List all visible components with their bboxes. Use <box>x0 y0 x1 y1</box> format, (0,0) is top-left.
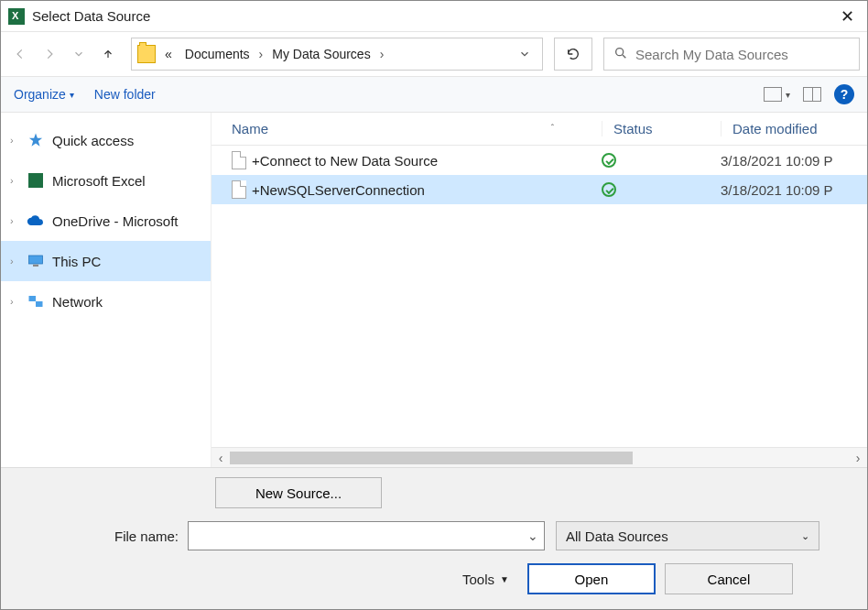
chevron-down-icon: ⌄ <box>801 530 809 542</box>
star-icon <box>27 131 45 149</box>
horizontal-scrollbar[interactable]: ‹ › <box>212 447 867 467</box>
scroll-left-icon[interactable]: ‹ <box>212 451 230 465</box>
svg-rect-3 <box>29 296 37 301</box>
column-name[interactable]: Name ˆ <box>212 121 602 136</box>
file-row[interactable]: +NewSQLServerConnection 3/18/2021 10:09 … <box>212 175 867 204</box>
chevron-right-icon: › <box>380 47 385 61</box>
bottom-panel: New Source... File name: ⌄ All Data Sour… <box>1 467 867 609</box>
new-source-button[interactable]: New Source... <box>215 477 382 508</box>
file-rows: +Connect to New Data Source 3/18/2021 10… <box>212 146 867 447</box>
view-controls: ▾ ? <box>764 84 854 104</box>
titlebar: Select Data Source ✕ <box>1 1 867 32</box>
organize-label: Organize <box>14 87 66 102</box>
scroll-right-icon[interactable]: › <box>849 451 867 465</box>
column-date[interactable]: Date modified <box>721 121 867 136</box>
svg-rect-4 <box>36 301 43 307</box>
chevron-right-icon: › <box>259 47 264 61</box>
file-date: 3/18/2021 10:09 P <box>721 153 867 169</box>
expand-icon: › <box>10 256 19 267</box>
new-folder-button[interactable]: New folder <box>94 87 156 102</box>
file-name: +Connect to New Data Source <box>252 153 438 169</box>
scroll-thumb[interactable] <box>230 452 633 464</box>
breadcrumb-prefix: « <box>161 45 176 63</box>
breadcrumb-my-data-sources[interactable]: My Data Sources <box>268 45 374 63</box>
expand-icon: › <box>10 175 19 186</box>
sort-ascending-icon: ˆ <box>551 124 554 134</box>
excel-icon <box>27 171 45 190</box>
back-button[interactable] <box>8 42 32 66</box>
chevron-down-icon: ▾ <box>70 90 74 100</box>
column-headers: Name ˆ Status Date modified <box>212 113 867 146</box>
chevron-down-icon: ▾ <box>786 90 790 100</box>
nav-row: « Documents › My Data Sources › <box>1 32 867 76</box>
filename-input[interactable] <box>189 528 522 544</box>
pc-icon <box>27 252 45 270</box>
close-button[interactable]: ✕ <box>834 6 860 27</box>
column-name-label: Name <box>232 121 268 136</box>
column-status[interactable]: Status <box>602 121 721 136</box>
folder-icon <box>137 45 156 63</box>
sidebar-item-quick-access[interactable]: › Quick access <box>1 120 211 160</box>
filename-combobox[interactable]: ⌄ <box>188 521 545 550</box>
sidebar-item-this-pc[interactable]: › This PC <box>1 241 211 281</box>
organize-button[interactable]: Organize ▾ <box>14 87 74 102</box>
network-icon <box>27 292 45 310</box>
view-mode-button[interactable]: ▾ <box>764 87 790 102</box>
cancel-button[interactable]: Cancel <box>665 563 793 594</box>
status-ok-icon <box>602 182 616 197</box>
sidebar-item-onedrive[interactable]: › OneDrive - Microsoft <box>1 201 211 241</box>
scroll-track[interactable] <box>230 450 849 466</box>
file-row[interactable]: +Connect to New Data Source 3/18/2021 10… <box>212 146 867 175</box>
address-dropdown-button[interactable] <box>513 42 537 66</box>
file-list-panel: Name ˆ Status Date modified +Connect to … <box>212 113 867 467</box>
address-bar[interactable]: « Documents › My Data Sources › <box>131 38 543 71</box>
preview-pane-button[interactable] <box>803 87 821 102</box>
sidebar-label: OneDrive - Microsoft <box>52 213 179 229</box>
sidebar-item-network[interactable]: › Network <box>1 281 211 321</box>
chevron-down-icon[interactable]: ⌄ <box>522 528 544 543</box>
filename-label: File name: <box>87 528 179 544</box>
file-type-filter[interactable]: All Data Sources ⌄ <box>556 521 819 550</box>
expand-icon: › <box>10 215 19 226</box>
dialog-window: Select Data Source ✕ « Documents › My Da… <box>0 0 868 610</box>
main-content: › Quick access › Microsoft Excel › OneDr… <box>1 113 867 467</box>
breadcrumb-documents[interactable]: Documents <box>181 45 254 63</box>
file-icon <box>232 151 246 169</box>
sidebar-label: Microsoft Excel <box>52 173 146 189</box>
search-input[interactable] <box>635 47 850 62</box>
file-name: +NewSQLServerConnection <box>252 182 425 198</box>
tools-label: Tools <box>462 572 494 587</box>
toolbar: Organize ▾ New folder ▾ ? <box>1 76 867 113</box>
svg-rect-1 <box>29 256 43 264</box>
sidebar-label: Network <box>52 294 103 310</box>
file-icon <box>232 180 246 199</box>
excel-icon <box>8 8 25 25</box>
status-ok-icon <box>602 153 616 168</box>
open-button[interactable]: Open <box>527 563 656 594</box>
list-view-icon <box>764 87 782 102</box>
help-button[interactable]: ? <box>834 84 854 104</box>
chevron-down-icon: ▼ <box>500 574 509 584</box>
tools-menu[interactable]: Tools ▼ <box>462 572 509 587</box>
filter-label: All Data Sources <box>566 528 668 544</box>
sidebar-label: This PC <box>52 254 101 269</box>
sidebar-label: Quick access <box>52 133 134 148</box>
expand-icon: › <box>10 135 19 146</box>
expand-icon: › <box>10 296 19 307</box>
svg-point-0 <box>616 48 624 55</box>
refresh-button[interactable] <box>554 38 592 71</box>
up-button[interactable] <box>96 42 120 66</box>
recent-locations-button[interactable] <box>67 42 91 66</box>
svg-rect-2 <box>33 265 38 267</box>
file-date: 3/18/2021 10:09 P <box>721 182 867 198</box>
forward-button[interactable] <box>38 42 61 66</box>
search-box[interactable] <box>603 38 860 71</box>
search-icon <box>613 46 628 63</box>
sidebar-item-excel[interactable]: › Microsoft Excel <box>1 160 211 201</box>
window-title: Select Data Source <box>32 8 834 24</box>
cloud-icon <box>27 212 45 230</box>
sidebar: › Quick access › Microsoft Excel › OneDr… <box>1 113 212 467</box>
